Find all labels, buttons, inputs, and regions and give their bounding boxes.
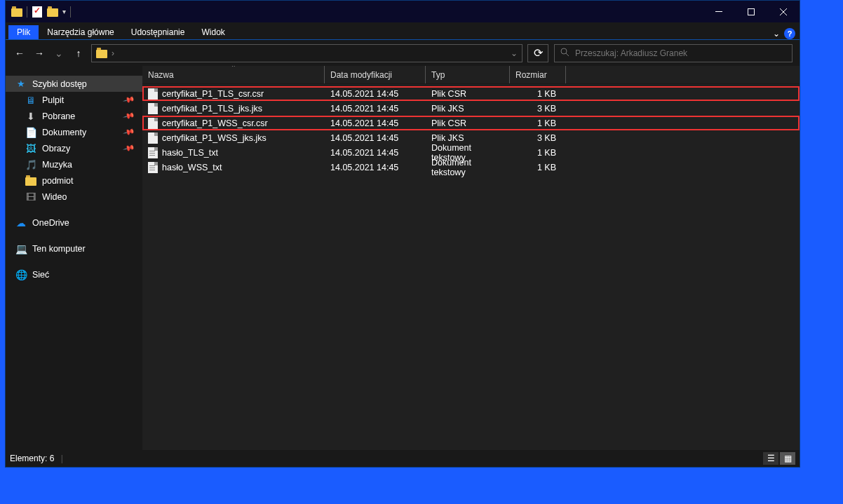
titlebar: ▾: [6, 1, 800, 22]
recent-dropdown-icon[interactable]: ⌄: [52, 48, 66, 59]
content-area: ★ Szybki dostęp 🖥 Pulpit 📌 ⬇ Pobrane 📌 📄…: [6, 66, 800, 450]
pin-icon: 📌: [123, 93, 136, 106]
up-button[interactable]: ↑: [72, 48, 86, 59]
sort-indicator-icon: ⌃: [231, 66, 236, 71]
sidebar-item-pictures[interactable]: 🖼 Obrazy 📌: [6, 140, 142, 156]
sidebar-item-network[interactable]: 🌐 Sieć: [6, 266, 142, 282]
sidebar-item-label: Obrazy: [42, 144, 70, 154]
file-type: Plik JKS: [426, 104, 510, 114]
close-button[interactable]: [767, 1, 800, 22]
help-icon[interactable]: ?: [784, 28, 795, 39]
qat-dropdown-icon[interactable]: ▾: [62, 8, 66, 15]
separator: [27, 6, 27, 18]
file-size: 3 KB: [510, 104, 566, 114]
ribbon-expand-icon[interactable]: ⌄: [773, 29, 780, 39]
file-type: Dokument tekstowy: [426, 158, 510, 177]
sidebar-item-label: Dokumenty: [42, 128, 86, 137]
column-headers: ⌃ Nazwa Data modyfikacji Typ Rozmiar: [142, 66, 800, 84]
navigation-bar: ← → ⌄ ↑ › ⌄ ⟳ Przeszukaj: Arkadiusz Gran…: [6, 39, 800, 66]
star-icon: ★: [15, 79, 27, 90]
file-name: certyfikat_P1_WSS_csr.csr: [162, 118, 268, 128]
window-controls: [703, 1, 800, 22]
breadcrumb-caret-icon[interactable]: ›: [112, 48, 114, 58]
sidebar-item-label: Szybki dostęp: [32, 79, 87, 89]
view-switcher: ☰ ▦: [763, 452, 795, 465]
table-row[interactable]: certyfikat_P1_TLS_csr.csr14.05.2021 14:4…: [142, 86, 800, 101]
table-row[interactable]: certyfikat_P1_WSS_csr.csr14.05.2021 14:4…: [142, 116, 800, 130]
details-view-button[interactable]: ☰: [763, 452, 778, 465]
sidebar-item-onedrive[interactable]: ☁ OneDrive: [6, 214, 142, 231]
pin-icon: 📌: [123, 109, 136, 122]
tab-file[interactable]: Plik: [8, 25, 39, 39]
sidebar-item-label: Wideo: [42, 192, 67, 202]
file-date: 14.05.2021 14:45: [325, 163, 426, 172]
search-input[interactable]: Przeszukaj: Arkadiusz Granek: [554, 44, 793, 62]
column-header-name[interactable]: ⌃ Nazwa: [142, 66, 325, 83]
column-header-date[interactable]: Data modyfikacji: [325, 66, 426, 83]
navigation-pane: ★ Szybki dostęp 🖥 Pulpit 📌 ⬇ Pobrane 📌 📄…: [6, 66, 142, 450]
svg-point-2: [561, 48, 567, 54]
file-icon: [148, 88, 158, 100]
column-header-type[interactable]: Typ: [426, 66, 510, 83]
sidebar-item-thispc[interactable]: 💻 Ten komputer: [6, 240, 142, 257]
sidebar-item-downloads[interactable]: ⬇ Pobrane 📌: [6, 108, 142, 124]
back-button[interactable]: ←: [13, 48, 27, 59]
pictures-icon: 🖼: [25, 143, 36, 154]
new-folder-icon[interactable]: [47, 6, 58, 18]
file-name: hasło_WSS_txt: [162, 163, 222, 172]
thumbnails-view-button[interactable]: ▦: [780, 452, 795, 465]
table-row[interactable]: hasło_WSS_txt14.05.2021 14:45Dokument te…: [142, 160, 800, 175]
file-name: certyfikat_P1_TLS_jks.jks: [162, 104, 262, 114]
svg-rect-0: [715, 11, 722, 12]
address-dropdown-icon[interactable]: ⌄: [511, 48, 518, 58]
file-date: 14.05.2021 14:45: [325, 148, 426, 158]
file-size: 1 KB: [510, 148, 566, 158]
sidebar-item-desktop[interactable]: 🖥 Pulpit 📌: [6, 92, 142, 108]
status-item-count: Elementy: 6: [10, 454, 54, 463]
file-name: hasło_TLS_txt: [162, 148, 218, 158]
column-header-size[interactable]: Rozmiar: [510, 66, 566, 83]
refresh-button[interactable]: ⟳: [527, 44, 548, 62]
search-placeholder: Przeszukaj: Arkadiusz Granek: [575, 48, 687, 58]
file-list: ⌃ Nazwa Data modyfikacji Typ Rozmiar cer…: [142, 66, 800, 450]
sidebar-item-podmiot[interactable]: podmiot: [6, 172, 142, 189]
forward-button[interactable]: →: [32, 48, 46, 59]
search-icon: [560, 48, 569, 59]
sidebar-item-videos[interactable]: 🎞 Wideo: [6, 189, 142, 205]
file-rows: certyfikat_P1_TLS_csr.csr14.05.2021 14:4…: [142, 84, 800, 175]
file-name: certyfikat_P1_WSS_jks.jks: [162, 133, 267, 143]
sidebar-item-music[interactable]: 🎵 Muzyka: [6, 156, 142, 172]
sidebar-item-documents[interactable]: 📄 Dokumenty 📌: [6, 124, 142, 140]
tab-share[interactable]: Udostępnianie: [123, 25, 194, 39]
file-name: certyfikat_P1_TLS_csr.csr: [162, 89, 264, 99]
tab-home[interactable]: Narzędzia główne: [39, 25, 122, 39]
file-date: 14.05.2021 14:45: [325, 118, 426, 128]
sidebar-item-quick-access[interactable]: ★ Szybki dostęp: [6, 76, 142, 92]
file-size: 1 KB: [510, 118, 566, 128]
sidebar-item-label: Pobrane: [42, 111, 75, 121]
network-icon: 🌐: [15, 269, 27, 280]
file-size: 1 KB: [510, 163, 566, 172]
sidebar-item-label: Sieć: [32, 270, 49, 280]
pc-icon: 💻: [15, 243, 27, 254]
file-type: Plik CSR: [426, 118, 510, 128]
table-row[interactable]: certyfikat_P1_TLS_jks.jks14.05.2021 14:4…: [142, 101, 800, 116]
status-bar: Elementy: 6 | ☰ ▦: [6, 450, 800, 467]
sidebar-item-label: Ten komputer: [32, 244, 86, 254]
file-date: 14.05.2021 14:45: [325, 133, 426, 143]
pin-icon: 📌: [123, 125, 136, 138]
quick-access-toolbar: ▾: [6, 6, 71, 18]
column-header-label: Nazwa: [148, 70, 174, 80]
videos-icon: 🎞: [25, 191, 36, 203]
cloud-icon: ☁: [15, 217, 27, 229]
properties-icon[interactable]: [32, 6, 43, 18]
maximize-button[interactable]: [735, 1, 767, 22]
folder-icon: [96, 48, 107, 59]
minimize-button[interactable]: [703, 1, 735, 22]
pin-icon: 📌: [123, 142, 136, 154]
documents-icon: 📄: [25, 127, 36, 138]
tab-view[interactable]: Widok: [193, 25, 233, 39]
address-bar[interactable]: › ⌄: [91, 44, 522, 62]
file-type: Plik CSR: [426, 89, 510, 99]
file-icon: [148, 162, 158, 173]
